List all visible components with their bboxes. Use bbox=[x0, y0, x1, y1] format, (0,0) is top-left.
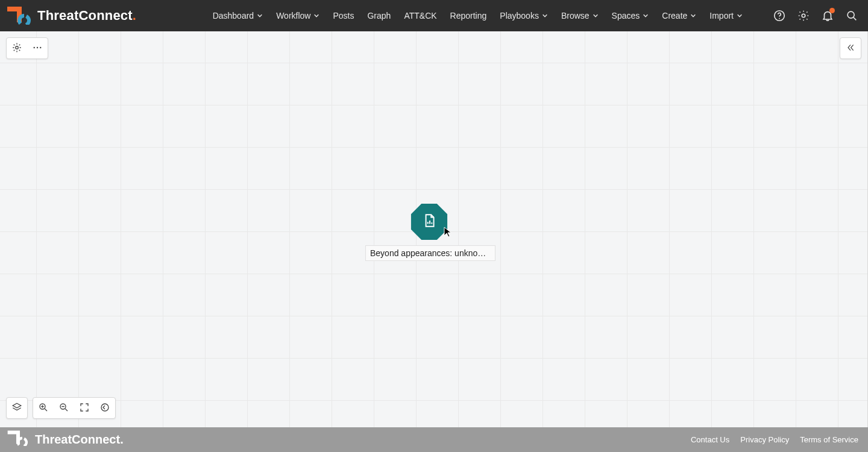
chevron-down-icon bbox=[737, 13, 743, 19]
nav-import[interactable]: Import bbox=[709, 11, 743, 20]
svg-point-4 bbox=[16, 46, 19, 49]
nav-reporting[interactable]: Reporting bbox=[450, 11, 487, 20]
reset-view-button[interactable] bbox=[95, 398, 115, 418]
footer-links: Contact Us Privacy Policy Terms of Servi… bbox=[691, 435, 858, 444]
canvas-layers-toolbar bbox=[6, 397, 28, 419]
notifications-button[interactable] bbox=[820, 8, 835, 24]
svg-point-1 bbox=[779, 18, 780, 19]
nav-graph[interactable]: Graph bbox=[367, 11, 391, 20]
expand-icon bbox=[79, 402, 90, 415]
chevron-down-icon bbox=[690, 13, 696, 19]
svg-point-3 bbox=[848, 11, 854, 18]
zoom-in-icon bbox=[38, 402, 49, 415]
top-nav: ThreatConnect. Dashboard Workflow Posts … bbox=[0, 0, 868, 31]
svg-point-6 bbox=[37, 46, 38, 48]
collapse-panel-button[interactable] bbox=[840, 38, 861, 58]
zoom-in-button[interactable] bbox=[33, 398, 54, 418]
footer-logo: ThreatConnect. bbox=[6, 430, 124, 449]
nav-create[interactable]: Create bbox=[662, 11, 696, 20]
brand-name: ThreatConnect. bbox=[37, 8, 136, 24]
main-nav: Dashboard Workflow Posts Graph ATT&CK Re… bbox=[213, 8, 860, 24]
canvas-zoom-toolbar bbox=[33, 397, 116, 419]
graph-canvas[interactable]: Beyond appearances: unknown a… bbox=[0, 31, 868, 427]
nav-spaces[interactable]: Spaces bbox=[612, 11, 649, 20]
footer-brand-name: ThreatConnect. bbox=[35, 433, 124, 447]
logo-mark-icon bbox=[6, 430, 30, 449]
nav-browse[interactable]: Browse bbox=[561, 11, 599, 20]
zoom-out-icon bbox=[58, 402, 69, 415]
nav-dashboard[interactable]: Dashboard bbox=[213, 11, 263, 20]
footer: ThreatConnect. Contact Us Privacy Policy… bbox=[0, 427, 868, 452]
more-horizontal-icon bbox=[32, 42, 43, 55]
footer-link-contact[interactable]: Contact Us bbox=[691, 435, 729, 444]
reset-icon bbox=[99, 402, 110, 415]
nav-playbooks[interactable]: Playbooks bbox=[500, 11, 548, 20]
svg-point-5 bbox=[34, 46, 35, 48]
fit-screen-button[interactable] bbox=[74, 398, 95, 418]
logo-mark-icon bbox=[6, 7, 33, 25]
notification-badge bbox=[829, 8, 835, 13]
canvas-collapse-panel bbox=[840, 37, 861, 59]
report-document-icon bbox=[421, 213, 437, 231]
settings-button[interactable] bbox=[796, 8, 811, 24]
svg-point-7 bbox=[40, 46, 41, 48]
layers-button[interactable] bbox=[7, 398, 27, 418]
nav-workflow[interactable]: Workflow bbox=[276, 11, 319, 20]
chevrons-left-icon bbox=[846, 43, 855, 54]
svg-point-10 bbox=[101, 404, 108, 411]
layers-icon bbox=[11, 402, 22, 415]
chevron-down-icon bbox=[542, 13, 548, 19]
gear-icon bbox=[11, 42, 22, 55]
canvas-settings-button[interactable] bbox=[7, 38, 27, 58]
help-button[interactable] bbox=[772, 8, 787, 24]
nav-attack[interactable]: ATT&CK bbox=[404, 11, 436, 20]
chevron-down-icon bbox=[257, 13, 263, 19]
chevron-down-icon bbox=[643, 13, 649, 19]
brand-logo[interactable]: ThreatConnect. bbox=[6, 7, 136, 25]
chevron-down-icon bbox=[313, 13, 319, 19]
graph-node-label: Beyond appearances: unknown a… bbox=[365, 245, 495, 261]
report-node-shape bbox=[410, 202, 448, 241]
nav-utility bbox=[772, 8, 860, 24]
footer-link-terms[interactable]: Terms of Service bbox=[800, 435, 858, 444]
graph-node-report[interactable] bbox=[410, 202, 448, 241]
svg-point-2 bbox=[802, 14, 805, 17]
canvas-more-button[interactable] bbox=[27, 38, 48, 58]
footer-link-privacy[interactable]: Privacy Policy bbox=[740, 435, 789, 444]
search-button[interactable] bbox=[844, 8, 860, 24]
canvas-toolbar-settings bbox=[6, 37, 48, 59]
chevron-down-icon bbox=[593, 13, 599, 19]
nav-posts[interactable]: Posts bbox=[333, 11, 354, 20]
zoom-out-button[interactable] bbox=[54, 398, 74, 418]
